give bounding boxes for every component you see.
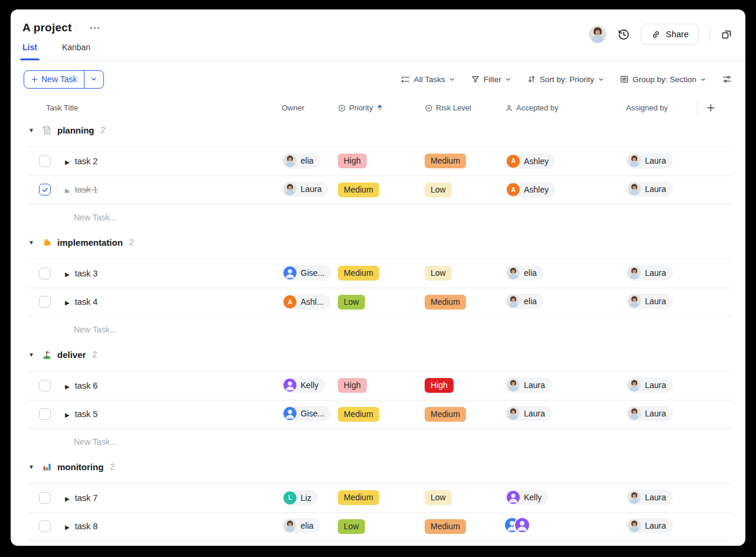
person-pill[interactable]: Laura	[505, 406, 552, 421]
person-pill[interactable]: Laura	[282, 181, 328, 197]
task-expand-icon[interactable]: ▶	[65, 412, 70, 418]
person-pill[interactable]: AAshl...	[282, 294, 330, 310]
split-view-icon[interactable]	[721, 28, 732, 40]
person-pill[interactable]: Kelly	[282, 377, 325, 393]
user-avatar[interactable]	[589, 25, 607, 43]
history-icon[interactable]	[617, 28, 630, 41]
display-settings-button[interactable]	[722, 74, 732, 84]
owner-cell: elia	[282, 153, 338, 170]
task-title[interactable]: task 4	[75, 297, 98, 307]
person-pill[interactable]: elia	[505, 294, 543, 309]
risk-pill[interactable]: Low	[425, 266, 452, 281]
section-collapse-icon[interactable]: ▼	[28, 239, 37, 246]
new-task-row[interactable]: New Task...	[28, 204, 731, 230]
person-pill[interactable]: Laura	[626, 490, 673, 505]
group-selector[interactable]: Group by: Section	[620, 74, 706, 84]
task-expand-icon[interactable]: ▶	[65, 299, 70, 306]
priority-pill[interactable]: Medium	[338, 490, 379, 505]
new-task-row[interactable]: New Task...	[28, 317, 731, 343]
risk-pill[interactable]: Medium	[425, 154, 466, 168]
new-task-button[interactable]: New Task	[24, 70, 104, 89]
column-accepted-by[interactable]: Accepted by	[505, 103, 619, 112]
task-expand-icon[interactable]: ▶	[65, 271, 70, 278]
task-title[interactable]: task 1	[75, 185, 98, 194]
column-task-title[interactable]: Task Title	[28, 103, 282, 112]
risk-pill[interactable]: Low	[425, 490, 452, 505]
person-pill[interactable]: AAshley	[505, 182, 555, 197]
sort-selector[interactable]: Sort by: Priority	[527, 74, 604, 84]
person-pill[interactable]: Laura	[626, 377, 673, 393]
column-owner[interactable]: Owner	[282, 103, 338, 112]
task-title[interactable]: task 7	[75, 493, 98, 503]
person-pill[interactable]: Laura	[505, 377, 552, 393]
filter-button[interactable]: Filter	[471, 74, 511, 84]
task-expand-icon[interactable]: ▶	[65, 383, 70, 390]
task-checkbox[interactable]	[39, 408, 51, 420]
risk-pill[interactable]: Medium	[425, 295, 466, 310]
person-pill[interactable]: AAshley	[505, 154, 555, 169]
person-pill[interactable]: elia	[505, 265, 543, 281]
priority-pill[interactable]: Low	[338, 295, 365, 310]
risk-pill[interactable]: High	[425, 378, 454, 393]
priority-pill[interactable]: High	[338, 154, 367, 168]
risk-pill[interactable]: Medium	[425, 519, 466, 534]
task-expand-icon[interactable]: ▶	[65, 496, 70, 502]
priority-cell: Medium	[338, 490, 425, 505]
task-title[interactable]: task 6	[75, 381, 98, 390]
person-pill[interactable]: Gise...	[282, 406, 331, 421]
person-pill[interactable]: Laura	[626, 406, 673, 421]
task-checkbox[interactable]	[39, 296, 51, 308]
new-task-row[interactable]: New Task...	[28, 429, 731, 455]
section-collapse-icon[interactable]: ▼	[28, 127, 37, 133]
person-pill[interactable]: LLiz	[282, 490, 318, 506]
section-collapse-icon[interactable]: ▼	[28, 351, 37, 358]
task-scope-selector[interactable]: All Tasks	[400, 74, 455, 84]
funnel-icon	[471, 74, 480, 84]
column-assigned-by[interactable]: Assigned by	[619, 103, 697, 112]
new-task-row[interactable]: New Task...	[28, 541, 731, 546]
avatar-group[interactable]	[505, 518, 529, 532]
person-pill[interactable]: elia	[282, 153, 320, 168]
more-menu-icon[interactable]: ⋯	[89, 25, 101, 31]
avatar	[507, 491, 520, 504]
task-checkbox[interactable]	[39, 268, 51, 279]
task-expand-icon[interactable]: ▶	[65, 159, 70, 165]
risk-pill[interactable]: Medium	[425, 407, 466, 422]
new-task-dropdown-button[interactable]	[84, 71, 103, 88]
person-pill[interactable]: Gise...	[282, 265, 331, 281]
task-checkbox[interactable]	[39, 380, 51, 392]
person-name: Laura	[524, 409, 545, 418]
share-button[interactable]: Share	[641, 24, 699, 45]
person-pill[interactable]: Laura	[626, 294, 673, 309]
task-title[interactable]: task 5	[75, 409, 98, 419]
person-pill[interactable]: Laura	[626, 181, 673, 197]
task-checkbox[interactable]	[39, 520, 51, 532]
column-risk-level[interactable]: Risk Level	[425, 103, 505, 112]
task-checkbox[interactable]	[39, 184, 51, 196]
priority-pill[interactable]: Medium	[338, 183, 379, 197]
column-priority[interactable]: Priority	[338, 103, 425, 112]
priority-pill[interactable]: High	[338, 378, 367, 393]
tab-list[interactable]: List	[22, 43, 37, 60]
person-pill[interactable]: Kelly	[505, 490, 548, 505]
task-expand-icon[interactable]: ▶	[65, 187, 70, 194]
priority-pill[interactable]: Medium	[338, 266, 379, 281]
risk-pill[interactable]: Low	[425, 183, 452, 197]
priority-pill[interactable]: Low	[338, 519, 365, 534]
person-pill[interactable]: Laura	[626, 153, 673, 168]
person-pill[interactable]: elia	[282, 518, 320, 533]
add-column-button[interactable]	[706, 103, 716, 113]
tab-kanban[interactable]: Kanban	[62, 43, 90, 60]
person-name: Kelly	[301, 380, 318, 390]
circle-chevron-icon	[338, 104, 346, 112]
priority-pill[interactable]: Medium	[338, 407, 379, 422]
task-expand-icon[interactable]: ▶	[65, 524, 70, 530]
section-collapse-icon[interactable]: ▼	[28, 464, 37, 470]
person-pill[interactable]: Laura	[626, 265, 673, 281]
task-title[interactable]: task 2	[75, 157, 98, 166]
person-pill[interactable]: Laura	[626, 518, 673, 533]
task-checkbox[interactable]	[39, 155, 51, 167]
task-title[interactable]: task 8	[75, 522, 98, 531]
task-title[interactable]: task 3	[75, 269, 98, 278]
task-checkbox[interactable]	[39, 492, 51, 504]
